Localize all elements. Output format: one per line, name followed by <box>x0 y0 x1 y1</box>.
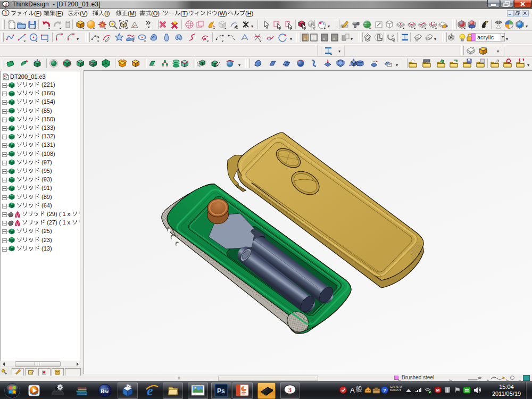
svg-text:(29) ( 1 x: (29) ( 1 x <box>45 211 72 217</box>
svg-text:(V): (V) <box>80 10 88 16</box>
svg-text:3: 3 <box>288 386 292 394</box>
svg-text:(F): (F) <box>34 10 41 16</box>
svg-text:Ps: Ps <box>217 387 225 395</box>
svg-text:(95): (95) <box>40 168 52 174</box>
svg-text:(I): (I) <box>104 10 110 16</box>
svg-text:(M): (M) <box>128 10 137 16</box>
svg-text:(132): (132) <box>40 133 55 139</box>
svg-text:(85): (85) <box>40 107 52 114</box>
svg-text:(221): (221) <box>40 81 55 88</box>
svg-text:(64): (64) <box>40 202 52 209</box>
svg-text:Rw: Rw <box>101 388 109 394</box>
svg-text:?: ? <box>383 388 386 393</box>
svg-text:(89): (89) <box>40 194 52 200</box>
svg-text:(131): (131) <box>40 142 55 148</box>
svg-text:(E): (E) <box>55 10 63 16</box>
svg-text:(133): (133) <box>40 124 55 131</box>
svg-text:M: M <box>436 388 440 393</box>
svg-text:(H): (H) <box>245 10 253 16</box>
svg-text:(27) ( 1 x: (27) ( 1 x <box>45 219 72 226</box>
svg-text:(108): (108) <box>40 151 55 157</box>
svg-text:(93): (93) <box>40 176 52 182</box>
svg-text:(O): (O) <box>151 10 160 16</box>
svg-text:(23): (23) <box>40 237 52 243</box>
svg-text:(25): (25) <box>40 228 52 234</box>
svg-text:(154): (154) <box>40 98 55 105</box>
svg-text:(W): (W) <box>218 10 227 16</box>
svg-text:(T): (T) <box>180 10 188 16</box>
svg-text:(150): (150) <box>40 116 55 122</box>
svg-text:(97): (97) <box>40 159 52 165</box>
svg-text:(91): (91) <box>40 185 52 191</box>
svg-text:3: 3 <box>5 2 7 7</box>
svg-text:3: 3 <box>5 11 7 15</box>
svg-text:(166): (166) <box>40 90 55 96</box>
svg-text:(13): (13) <box>40 245 52 252</box>
